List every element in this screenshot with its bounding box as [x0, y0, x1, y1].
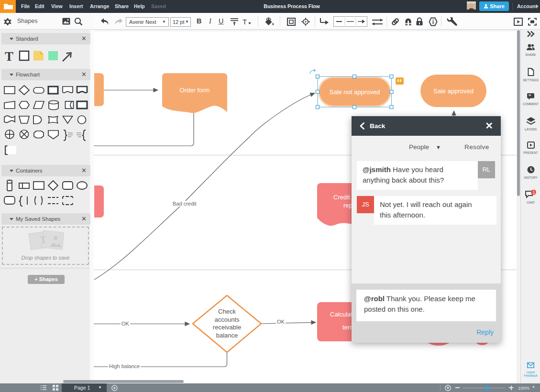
svg-text:“: “ — [529, 93, 531, 99]
svg-text:1: 1 — [532, 190, 535, 195]
svg-text:T: T — [242, 18, 247, 26]
svg-text:T: T — [5, 49, 13, 64]
